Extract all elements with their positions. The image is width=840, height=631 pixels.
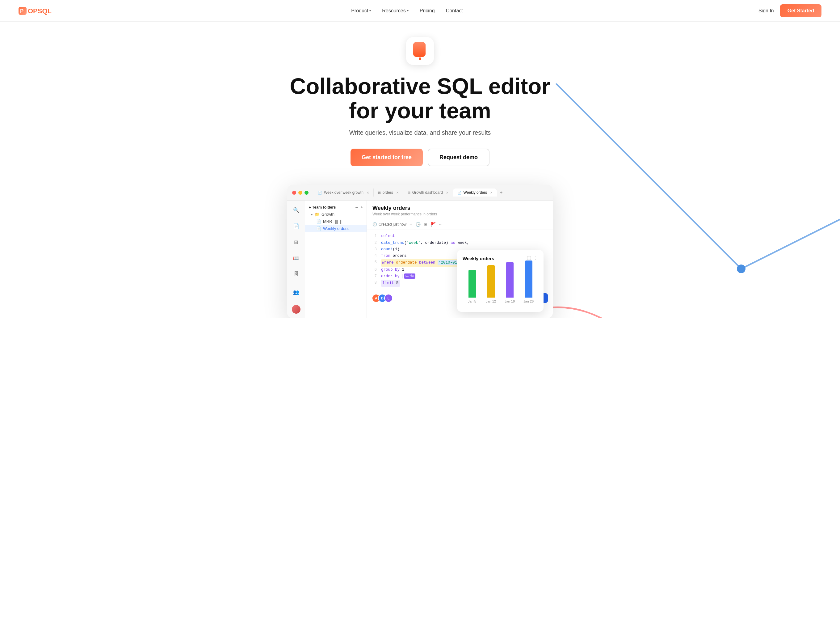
file-item-weekly-orders[interactable]: 📄 Weekly orders [305, 225, 366, 232]
chart-bar-jan5: Jan 5 [463, 270, 482, 303]
toolbar-grid-icon[interactable]: ⊞ [424, 222, 428, 227]
toolbar-more-icon[interactable]: ··· [439, 222, 442, 227]
tab-growth-dashboard[interactable]: ⊞ Growth dashboard ✕ [403, 188, 453, 196]
file-icon: 📄 [316, 219, 321, 224]
hero-title: Collaborative SQL editor for your team [287, 74, 553, 123]
tab-close-icon[interactable]: ✕ [366, 191, 369, 195]
code-line-1: 1 select [373, 233, 547, 239]
linda-highlight [402, 274, 403, 278]
file-item-label: Growth [322, 212, 335, 217]
editor-header: Weekly orders Week over week performance… [367, 201, 553, 219]
chart-bar-jan12: Jan 12 [482, 265, 500, 303]
folder-expand-icon: ▸ [311, 213, 313, 216]
chart-label-jan19: Jan 19 [505, 299, 515, 303]
nav-item-pricing[interactable]: Pricing [420, 8, 435, 14]
sign-in-link[interactable]: Sign In [758, 8, 774, 14]
chart-bar-jan26: Jan 26 [519, 261, 538, 303]
minimize-window-button[interactable] [298, 191, 302, 195]
file-tree-header: ▸ Team folders ··· + [305, 204, 366, 211]
toolbar-flag-icon[interactable]: 🚩 [431, 222, 436, 227]
chart-label-jan26: Jan 26 [523, 299, 534, 303]
file-item-label: MRR [323, 219, 332, 224]
nav-item-contact[interactable]: Contact [446, 8, 463, 14]
svg-text:P: P [20, 8, 24, 14]
hero-app-icon [406, 37, 434, 65]
chart-label-jan12: Jan 12 [486, 299, 496, 303]
hero-buttons: Get started for free Request demo [351, 149, 489, 166]
hero-subtitle: Write queries, visualize data, and share… [349, 129, 491, 136]
app-body: 🔍 📄 ⊞ 📖 🗄 👥 ▸ Team folders ··· + [287, 201, 553, 318]
app-tabs: 📄 Week over week growth ✕ ⊞ orders ✕ ⊞ G… [313, 188, 548, 196]
editor-toolbar: 🕐 Created just now + 🕓 ⊞ 🚩 ··· [367, 219, 553, 230]
app-screenshot-wrapper: 📄 Week over week growth ✕ ⊞ orders ✕ ⊞ G… [0, 185, 840, 318]
toolbar-history-icon[interactable]: 🕓 [415, 222, 421, 227]
tab-close-icon[interactable]: ✕ [490, 191, 493, 195]
sidebar-book-icon[interactable]: 📖 [291, 253, 301, 263]
tab-week-over-week-growth[interactable]: 📄 Week over week growth ✕ [313, 188, 374, 196]
nav-item-product[interactable]: Product ▾ [351, 8, 371, 14]
file-item-label: Weekly orders [323, 226, 349, 231]
svg-rect-7 [413, 42, 426, 57]
bar-jan19 [506, 262, 513, 297]
bar-jan12 [487, 265, 495, 297]
file-icon: 📄 [316, 226, 321, 231]
app-titlebar: 📄 Week over week growth ✕ ⊞ orders ✕ ⊞ G… [287, 185, 553, 201]
nav-actions: Sign In Get Started [758, 4, 821, 17]
add-tab-button[interactable]: + [497, 190, 505, 195]
file-item-mrr[interactable]: 📄 MRR ▐▌▐ [305, 218, 366, 225]
editor-container: Weekly orders Week over week performance… [367, 201, 553, 318]
app-sidebar: 🔍 📄 ⊞ 📖 🗄 👥 [287, 201, 305, 318]
file-tree: ▸ Team folders ··· + ▸ 📁 Growth 📄 MRR [305, 201, 367, 318]
tab-label: Growth dashboard [412, 190, 443, 195]
chart-label-jan5: Jan 5 [468, 299, 476, 303]
tab-weekly-orders[interactable]: 📄 Weekly orders ✕ [453, 188, 497, 196]
file-tree-more-icon[interactable]: ··· [355, 205, 358, 209]
sidebar-search-icon[interactable]: 🔍 [291, 205, 301, 215]
traffic-lights [292, 191, 308, 195]
chart-title: Weekly orders [463, 256, 494, 261]
toolbar-add-icon[interactable]: + [409, 221, 412, 227]
editor-subtitle: Week over week performance in orders [373, 212, 547, 216]
tab-label: Weekly orders [464, 190, 487, 195]
tab-orders[interactable]: ⊞ orders ✕ [374, 188, 403, 196]
collaborator-avatars: A D L [372, 294, 393, 302]
clock-icon: 🕐 [373, 222, 377, 226]
tab-label: Week over week growth [324, 190, 363, 195]
get-started-nav-button[interactable]: Get Started [780, 4, 821, 17]
svg-text:OPSQL: OPSQL [28, 7, 52, 15]
maximize-window-button[interactable] [305, 191, 308, 195]
sidebar-avatar[interactable] [292, 305, 300, 314]
tab-close-icon[interactable]: ✕ [446, 191, 448, 195]
timestamp-label: Created just now [379, 222, 406, 226]
tab-label: orders [383, 190, 393, 195]
app-screenshot: 📄 Week over week growth ✕ ⊞ orders ✕ ⊞ G… [287, 185, 553, 318]
avatar-3: L [384, 294, 393, 302]
close-window-button[interactable] [292, 191, 296, 195]
svg-point-8 [419, 57, 421, 60]
code-line-2: 2 date_trunc('week', orderdate) as week, [373, 240, 547, 246]
navigation: P OPSQL Product ▾ Resources ▾ Pricing Co… [0, 0, 840, 22]
logo[interactable]: P OPSQL [19, 5, 55, 17]
sidebar-db-icon[interactable]: 🗄 [291, 269, 301, 279]
sidebar-file-icon[interactable]: 📄 [291, 221, 301, 231]
linda-badge: Linda [404, 274, 415, 279]
chart-bars-icon: ▐▌▐ [334, 220, 341, 223]
chart-bars: Jan 5 Jan 12 Jan 19 [463, 266, 538, 303]
chart-bar-jan19: Jan 19 [500, 262, 519, 303]
file-item-growth[interactable]: ▸ 📁 Growth [305, 211, 366, 218]
editor-title: Weekly orders [373, 205, 547, 211]
sidebar-grid-icon[interactable]: ⊞ [291, 237, 301, 247]
request-demo-button[interactable]: Request demo [428, 149, 489, 166]
folder-icon: 📁 [315, 212, 320, 217]
sidebar-users-icon[interactable]: 👥 [291, 287, 301, 297]
get-started-free-button[interactable]: Get started for free [351, 149, 423, 166]
chart-panel: Weekly orders ⓘ ⋮ Jan 5 [457, 250, 543, 312]
tab-close-icon[interactable]: ✕ [396, 191, 399, 195]
hero-section: Collaborative SQL editor for your team W… [0, 22, 840, 318]
file-tree-actions: ··· + [355, 205, 363, 209]
nav-links: Product ▾ Resources ▾ Pricing Contact [351, 8, 463, 14]
nav-item-resources[interactable]: Resources ▾ [382, 8, 408, 14]
file-tree-add-icon[interactable]: + [360, 205, 363, 209]
hero-content: Collaborative SQL editor for your team W… [0, 22, 840, 185]
created-timestamp: 🕐 Created just now [373, 222, 406, 226]
